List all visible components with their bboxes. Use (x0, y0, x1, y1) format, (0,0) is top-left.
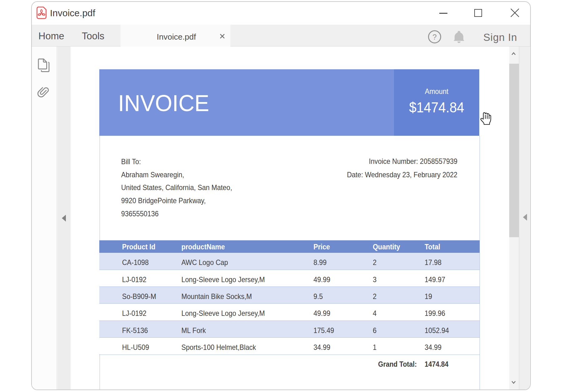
svg-text:?: ? (432, 33, 436, 41)
